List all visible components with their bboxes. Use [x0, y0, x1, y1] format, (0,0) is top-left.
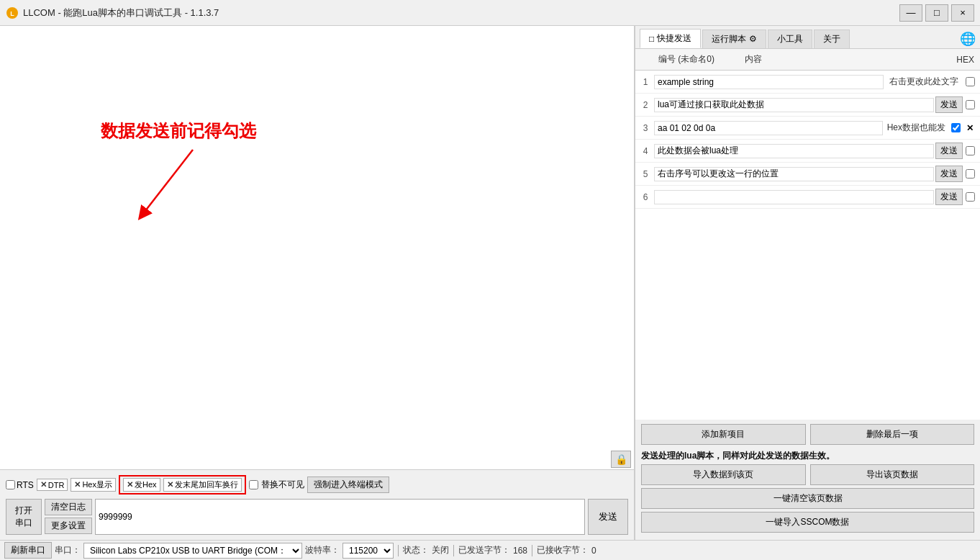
- row6-checkbox-container[interactable]: [963, 192, 977, 202]
- window-controls: — □ ×: [899, 4, 974, 22]
- annotation-arrow: [135, 143, 222, 229]
- control-row2: 打开 串口 清空日志 更多设置 发送: [3, 497, 631, 537]
- import-data-button[interactable]: 导入数据到该页: [641, 464, 806, 485]
- tab-quick-send[interactable]: □ 快捷发送: [640, 29, 701, 48]
- input-send-area: [95, 499, 585, 535]
- row1-action: 右击更改此处文字: [885, 74, 963, 89]
- row6-send-btn[interactable]: 发送: [935, 189, 963, 205]
- more-settings-button[interactable]: 更多设置: [45, 518, 92, 534]
- remove-last-button[interactable]: 删除最后一项: [810, 424, 975, 445]
- restore-button[interactable]: □: [925, 4, 948, 22]
- send-hex-label: 发Hex: [135, 479, 157, 490]
- lua-note-container: 发送处理的lua脚本，同样对此处发送的数据生效。: [641, 448, 974, 464]
- row2-send-btn[interactable]: 发送: [935, 96, 963, 113]
- row1-input[interactable]: [654, 75, 884, 89]
- lock-button[interactable]: 🔒: [611, 451, 631, 468]
- row6-input[interactable]: [654, 190, 934, 204]
- export-data-button[interactable]: 导出该页数据: [810, 464, 975, 485]
- row2-input[interactable]: [654, 98, 934, 112]
- send-input[interactable]: [95, 499, 585, 535]
- quick-send-icon: □: [649, 34, 654, 44]
- row3-x-btn[interactable]: ✕: [963, 123, 977, 133]
- rts-checkbox-item[interactable]: RTS: [6, 480, 34, 490]
- import-sscom-button[interactable]: 一键导入SSCOM数据: [641, 512, 974, 533]
- qs-rows: 1 右击更改此处文字 2 发送: [635, 71, 980, 420]
- hex-display-btn[interactable]: ✕ Hex显示: [71, 478, 116, 492]
- quick-send-content: 编号 (未命名0) 内容 HEX 1 右击更改此处文字 2: [635, 49, 980, 540]
- open-port-button[interactable]: 打开 串口: [6, 499, 42, 535]
- status-bar: 刷新串口 串口： Silicon Labs CP210x USB to UART…: [0, 540, 980, 560]
- refresh-port-button[interactable]: 刷新串口: [4, 542, 52, 559]
- quick-send-label: 快捷发送: [657, 32, 691, 45]
- dtr-btn[interactable]: ✕ DTR: [37, 479, 68, 491]
- row2-checkbox-container[interactable]: [963, 100, 977, 109]
- row5-send-btn[interactable]: 发送: [935, 166, 963, 182]
- svg-text:L: L: [10, 10, 14, 17]
- highlighted-controls: ✕ 发Hex ✕ 发末尾加回车换行: [119, 475, 246, 494]
- row1-checkbox-container[interactable]: [963, 77, 977, 86]
- control-row1: RTS ✕ DTR ✕ Hex显示 ✕ 发Hex ✕: [3, 473, 631, 497]
- baud-select[interactable]: 115200 9600 19200 38400 57600 230400: [342, 543, 394, 559]
- titlebar: L LLCOM - 能跑Lua脚本的串口调试工具 - 1.1.3.7 — □ ×: [0, 0, 980, 26]
- add-item-button[interactable]: 添加新项目: [641, 424, 806, 445]
- svg-line-3: [142, 150, 193, 214]
- divider1: [398, 545, 399, 556]
- row5-checkbox[interactable]: [966, 169, 975, 179]
- divider2: [453, 545, 454, 556]
- titlebar-left: L LLCOM - 能跑Lua脚本的串口调试工具 - 1.1.3.7: [6, 6, 219, 19]
- row3-checkbox-container[interactable]: [948, 123, 963, 132]
- received-value: 0: [591, 546, 596, 556]
- state-label: 状态：: [403, 544, 429, 556]
- clear-page-button[interactable]: 一键清空该页数据: [641, 488, 974, 509]
- table-row: 4 发送: [635, 140, 980, 163]
- tools-label: 小工具: [777, 33, 803, 45]
- row1-checkbox[interactable]: [966, 77, 975, 86]
- open-port-line1: 打开: [15, 505, 32, 517]
- row3-num: 3: [638, 123, 653, 133]
- row5-checkbox-container[interactable]: [963, 169, 977, 179]
- row4-send-btn[interactable]: 发送: [935, 143, 963, 159]
- close-button[interactable]: ×: [951, 4, 974, 22]
- tab-tools[interactable]: 小工具: [768, 30, 812, 48]
- row3-input[interactable]: [654, 121, 883, 135]
- dtr-x-mark: ✕: [40, 480, 47, 489]
- hex-display-label: Hex显示: [82, 479, 112, 490]
- rts-checkbox[interactable]: [6, 480, 15, 489]
- row6-num: 6: [638, 192, 653, 202]
- port-select[interactable]: Silicon Labs CP210x USB to UART Bridge (…: [83, 543, 302, 559]
- row5-input[interactable]: [654, 167, 934, 181]
- row2-checkbox[interactable]: [966, 100, 975, 109]
- minimize-button[interactable]: —: [899, 4, 922, 22]
- row4-checkbox-container[interactable]: [963, 146, 977, 155]
- tab-about[interactable]: 关于: [814, 30, 850, 48]
- row3-checkbox[interactable]: [951, 123, 961, 132]
- main-content: 数据发送前记得勾选 🔒 RTS: [0, 26, 980, 540]
- clear-log-button[interactable]: 清空日志: [45, 499, 92, 515]
- table-row: 3 Hex数据也能发 ✕: [635, 117, 980, 140]
- annotation-container: 数据发送前记得勾选: [101, 119, 256, 229]
- replace-checkbox[interactable]: [249, 480, 258, 489]
- send-main-button[interactable]: 发送: [588, 499, 628, 535]
- header-name: 编号 (未命名0): [658, 53, 745, 66]
- send-hex-btn[interactable]: ✕ 发Hex: [123, 478, 160, 492]
- send-hex-x: ✕: [127, 480, 133, 489]
- newline-label: 发末尾加回车换行: [175, 479, 238, 490]
- force-terminal-btn[interactable]: 强制进入终端模式: [307, 477, 389, 493]
- divider3: [532, 545, 532, 556]
- app-icon: L: [6, 6, 19, 19]
- newline-btn[interactable]: ✕ 发末尾加回车换行: [163, 478, 242, 492]
- run-script-icon: ⚙: [749, 34, 757, 44]
- table-row: 6 发送: [635, 186, 980, 209]
- globe-button[interactable]: 🌐: [960, 31, 976, 47]
- tab-run-script[interactable]: 运行脚本 ⚙: [702, 30, 766, 48]
- sent-value: 168: [513, 546, 527, 556]
- state-value: 关闭: [432, 544, 449, 556]
- open-port-line2: 串口: [15, 517, 32, 529]
- row4-input[interactable]: [654, 144, 934, 158]
- middle-buttons: 清空日志 更多设置: [45, 499, 92, 535]
- action-row-1: 添加新项目 删除最后一项: [641, 424, 974, 445]
- lock-area: 🔒: [0, 449, 634, 469]
- action-row-2: 导入数据到该页 导出该页数据: [641, 464, 974, 485]
- row6-checkbox[interactable]: [966, 192, 975, 202]
- row4-checkbox[interactable]: [966, 146, 975, 155]
